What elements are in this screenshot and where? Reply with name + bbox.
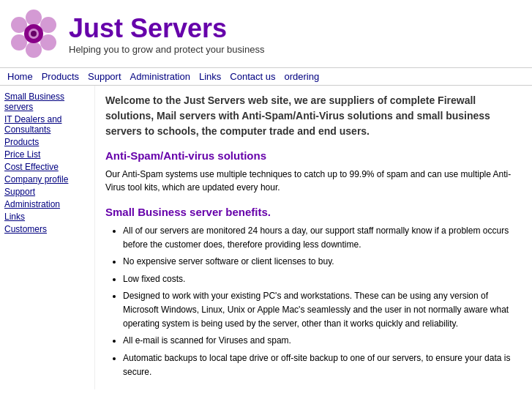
antispam-section-body: Our Anti-Spam systems use multiple techn…	[105, 168, 522, 194]
nav-contact[interactable]: Contact us	[230, 71, 275, 82]
page-header: Just Servers Helping you to grow and pro…	[0, 0, 532, 68]
smallbiz-section-title: Small Business server benefits.	[105, 206, 522, 218]
sidebar: Small Business servers IT Dealers and Co…	[0, 86, 95, 389]
benefits-list: All of our servers are monitored 24 hour…	[123, 224, 522, 379]
svg-point-4	[11, 34, 27, 51]
nav-products[interactable]: Products	[42, 71, 79, 82]
svg-point-5	[11, 17, 27, 33]
sidebar-item-company-profile[interactable]: Company profile	[4, 174, 90, 184]
sidebar-item-small-business-servers[interactable]: Small Business servers	[4, 92, 90, 112]
sidebar-item-it-dealers[interactable]: IT Dealers and Consultants	[4, 114, 90, 135]
sidebar-item-customers[interactable]: Customers	[4, 224, 90, 234]
top-navigation: Home Products Support Administration Lin…	[0, 68, 532, 86]
list-item: Automatic backups to local tape drive or…	[123, 351, 522, 379]
nav-links[interactable]: Links	[199, 71, 221, 82]
logo-text: Just Servers Helping you to grow and pro…	[69, 13, 264, 55]
sidebar-item-administration[interactable]: Administration	[4, 199, 90, 209]
sidebar-item-price-list[interactable]: Price List	[4, 149, 90, 160]
nav-administration[interactable]: Administration	[130, 71, 190, 82]
antispam-section-title: Anti-Spam/Anti-virus solutions	[105, 149, 522, 162]
sidebar-item-cost-effective[interactable]: Cost Effective	[4, 162, 90, 172]
nav-ordering[interactable]: ordering	[284, 71, 319, 82]
svg-point-0	[26, 10, 42, 26]
page-layout: Small Business servers IT Dealers and Co…	[0, 86, 532, 389]
svg-point-8	[31, 31, 37, 37]
welcome-paragraph: Welcome to the Just Servers web site, we…	[105, 93, 522, 139]
site-tagline: Helping you to grow and protect your bus…	[69, 44, 264, 55]
list-item: All of our servers are monitored 24 hour…	[123, 224, 522, 252]
sidebar-item-products[interactable]: Products	[4, 137, 90, 147]
main-content: Welcome to the Just Servers web site, we…	[95, 86, 532, 389]
list-item: No expensive server software or client l…	[123, 255, 522, 269]
nav-support[interactable]: Support	[88, 71, 121, 82]
logo-icon	[7, 7, 60, 60]
site-title: Just Servers	[69, 13, 264, 44]
nav-home[interactable]: Home	[7, 71, 33, 82]
sidebar-item-links[interactable]: Links	[4, 212, 90, 222]
list-item: Low fixed costs.	[123, 272, 522, 286]
sidebar-item-support[interactable]: Support	[4, 187, 90, 197]
list-item: All e-mail is scanned for Viruses and sp…	[123, 334, 522, 348]
svg-point-1	[40, 17, 56, 33]
svg-point-3	[26, 42, 42, 58]
list-item: Designed to work with your existing PC's…	[123, 289, 522, 332]
svg-point-2	[40, 34, 56, 51]
